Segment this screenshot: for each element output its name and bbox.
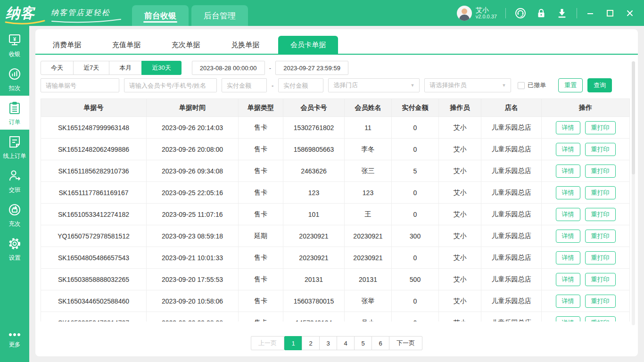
reset-button[interactable]: 重置	[558, 78, 583, 92]
vertical-scrollbar[interactable]	[632, 61, 635, 325]
sidebar-item-shift-change[interactable]: 交班	[0, 164, 29, 197]
user-name: 艾小	[476, 6, 497, 14]
reprint-button[interactable]: 重打印	[585, 121, 616, 134]
table-cell: 2023-09-25 22:05:16	[147, 182, 239, 204]
store-select[interactable]: 选择门店 ▼	[328, 78, 420, 92]
tab-count-orders[interactable]: 充次单据	[159, 36, 212, 54]
detail-button[interactable]: 详情	[556, 121, 580, 134]
date-from-input[interactable]	[192, 61, 265, 75]
table-cell: 售卡	[239, 139, 283, 160]
detail-button[interactable]: 详情	[556, 316, 580, 322]
table-cell: 儿童乐园总店	[481, 312, 542, 322]
user-box[interactable]: 艾小 v2.0.0.37	[457, 6, 497, 21]
lock-icon[interactable]	[535, 7, 547, 19]
table-cell: 2023-09-20 17:55:53	[147, 269, 239, 290]
sidebar-item-cashier[interactable]: ¥ 收银	[0, 28, 29, 62]
table-row: SK165124820624998862023-09-26 20:08:00售卡…	[41, 139, 630, 160]
table-cell: 123	[283, 182, 345, 204]
sidebar-item-more[interactable]: 更多	[0, 322, 29, 356]
sidebar-item-recharge-count[interactable]: 充次	[0, 197, 29, 231]
table-cell: 张三	[345, 160, 392, 182]
avatar[interactable]	[457, 6, 472, 21]
reprint-button[interactable]: 重打印	[585, 230, 616, 243]
range-today-button[interactable]: 今天	[41, 61, 74, 75]
detail-button[interactable]: 详情	[556, 186, 580, 199]
detail-button[interactable]: 详情	[556, 143, 580, 156]
table-cell: SK16504805486657543	[41, 247, 147, 269]
reprint-button[interactable]: 重打印	[585, 316, 616, 322]
detail-button[interactable]: 详情	[556, 295, 580, 308]
page-button[interactable]: 4	[337, 336, 355, 350]
table-cell: 艾小	[439, 312, 481, 322]
sidebar-item-deduct-count[interactable]: 扣次	[0, 62, 29, 96]
page-button[interactable]: 3	[319, 336, 337, 350]
range-30days-button[interactable]: 近30天	[141, 61, 181, 75]
table-cell: 儿童乐园总店	[481, 225, 542, 247]
next-page-button[interactable]: 下一页	[389, 336, 422, 350]
table-cell: 2023-09-25 11:07:16	[147, 204, 239, 225]
settings-gear-icon	[8, 237, 22, 252]
close-button[interactable]	[625, 8, 635, 18]
sidebar-item-orders[interactable]: 订单	[0, 96, 29, 130]
table-cell: 艾小	[439, 269, 481, 290]
page-button[interactable]: 6	[372, 336, 389, 350]
topbar: 纳客 纳客管店更轻松 前台收银 后台管理 艾小 v2.0.0.37	[0, 0, 644, 26]
reprint-button[interactable]: 重打印	[585, 295, 616, 308]
member-search-input[interactable]	[124, 78, 217, 92]
table-cell: 15869805663	[283, 139, 345, 160]
detail-button[interactable]: 详情	[556, 208, 580, 221]
nav-back-admin[interactable]: 后台管理	[191, 5, 248, 26]
tab-recharge-orders[interactable]: 充值单据	[100, 36, 153, 54]
table-row: SK165124879999631482023-09-26 20:14:03售卡…	[41, 117, 630, 139]
detail-button[interactable]: 详情	[556, 230, 580, 243]
tab-exchange-orders[interactable]: 兑换单据	[219, 36, 272, 54]
table-row: SK165105334122741822023-09-25 11:07:16售卡…	[41, 204, 630, 225]
window-controls	[586, 8, 635, 18]
table-cell: 延期	[239, 225, 283, 247]
tab-member-card-orders[interactable]: 会员卡单据	[278, 36, 338, 54]
online-orders-icon	[8, 135, 22, 150]
detail-button[interactable]: 详情	[556, 273, 580, 286]
cancelled-checkbox[interactable]	[518, 82, 525, 89]
reprint-button[interactable]: 重打印	[585, 186, 616, 199]
table-cell: 500	[392, 269, 439, 290]
cancelled-checkbox-wrap[interactable]: 已撤单	[518, 81, 546, 90]
table-cell: 2023-09-21 10:01:33	[147, 247, 239, 269]
order-no-input[interactable]	[41, 78, 119, 92]
page-button[interactable]: 1	[284, 336, 302, 350]
reprint-button[interactable]: 重打印	[585, 251, 616, 264]
scrollbar-thumb[interactable]	[632, 61, 635, 174]
detail-button[interactable]: 详情	[556, 165, 580, 178]
page-button[interactable]: 5	[354, 336, 372, 350]
minimize-button[interactable]	[586, 8, 595, 18]
download-icon[interactable]	[556, 7, 568, 19]
table-cell: SK16503858888032265	[41, 269, 147, 290]
search-button[interactable]: 查询	[587, 78, 612, 92]
operator-select[interactable]: 请选择操作员 ▼	[424, 78, 511, 92]
actions-cell: 详情重打印	[542, 117, 630, 139]
prev-page-button[interactable]: 上一页	[251, 336, 284, 350]
range-month-button[interactable]: 本月	[109, 61, 142, 75]
range-7days-button[interactable]: 近7天	[73, 61, 109, 75]
nav-front-cashier[interactable]: 前台收银	[132, 5, 189, 26]
logo-swoosh-underline	[5, 19, 45, 26]
customer-service-icon[interactable]	[514, 7, 527, 19]
recharge-count-icon	[8, 203, 22, 218]
tab-consume-orders[interactable]: 消费单据	[41, 36, 93, 54]
sidebar-item-settings[interactable]: 设置	[0, 231, 29, 265]
reprint-button[interactable]: 重打印	[585, 273, 616, 286]
reprint-button[interactable]: 重打印	[585, 208, 616, 221]
page-button[interactable]: 2	[302, 336, 320, 350]
column-header: 会员卡号	[283, 99, 345, 117]
svg-text:¥: ¥	[13, 36, 17, 41]
detail-button[interactable]: 详情	[556, 251, 580, 264]
reprint-button[interactable]: 重打印	[585, 165, 616, 178]
date-to-input[interactable]	[275, 61, 348, 75]
reprint-button[interactable]: 重打印	[585, 143, 616, 156]
table-cell: 儿童乐园总店	[481, 247, 542, 269]
maximize-button[interactable]	[605, 8, 615, 18]
sidebar-item-online-orders[interactable]: 线上订单	[0, 130, 29, 164]
amount-min-input[interactable]	[222, 78, 267, 92]
amount-max-input[interactable]	[278, 78, 323, 92]
sidebar-item-label: 收银	[9, 51, 21, 57]
